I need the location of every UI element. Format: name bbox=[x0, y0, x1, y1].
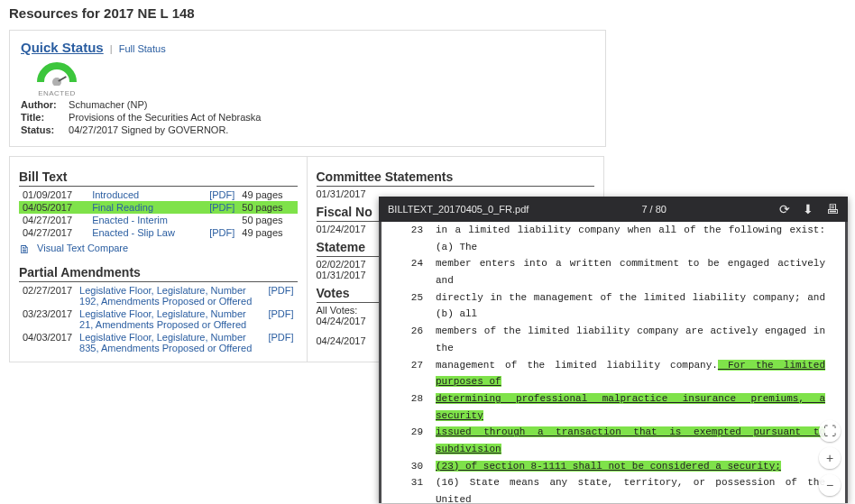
amend-date: 03/23/2017 bbox=[19, 307, 76, 331]
bill-pages: 50 pages bbox=[238, 214, 297, 226]
pdf-line: 24member enters into a written commitmen… bbox=[401, 255, 825, 289]
quick-status-heading[interactable]: Quick Status bbox=[21, 40, 104, 55]
bill-text-heading: Bill Text bbox=[19, 170, 298, 187]
compare-icon: 🗎 bbox=[19, 243, 31, 256]
bill-date: 01/09/2017 bbox=[19, 188, 88, 201]
bill-version-link[interactable]: Introduced bbox=[92, 189, 139, 200]
amendment-row: 04/03/2017Legislative Floor, Legislature… bbox=[19, 331, 298, 354]
pdf-line: 26members of the limited liability compa… bbox=[401, 323, 825, 356]
amendment-link[interactable]: Legislative Floor, Legislature, Number 1… bbox=[79, 285, 252, 307]
pdf-line: 30(23) of section 8-1111 shall not be co… bbox=[401, 458, 825, 475]
bill-version-link[interactable]: Enacted - Slip Law bbox=[92, 227, 175, 238]
pdf-line: 31 (16) State means any state, territory… bbox=[401, 474, 825, 503]
pdf-link[interactable]: [PDF] bbox=[268, 332, 293, 343]
pdf-line: 23in a limited liability company when al… bbox=[401, 222, 825, 255]
quick-status-box: Quick Status | Full Status ENACTED Autho… bbox=[9, 30, 606, 147]
amendments-table: 02/27/2017Legislative Floor, Legislature… bbox=[19, 284, 298, 354]
svg-point-0 bbox=[52, 78, 61, 86]
pdf-link[interactable]: [PDF] bbox=[268, 308, 293, 319]
bill-date: 04/05/2017 bbox=[19, 201, 88, 214]
download-icon[interactable]: ⬇ bbox=[803, 202, 814, 216]
pdf-viewer: BILLTEXT_20170405_0_FR.pdf 7 / 80 ⟳ ⬇ 🖶 … bbox=[379, 197, 848, 503]
amendment-row: 03/23/2017Legislative Floor, Legislature… bbox=[19, 307, 298, 331]
title-value: Provisions of the Securities Act of Nebr… bbox=[69, 112, 261, 123]
pdf-line: 28determining professional malpractice i… bbox=[401, 390, 825, 424]
bill-text-row: 04/27/2017Enacted - Slip Law[PDF]49 page… bbox=[19, 226, 298, 239]
bill-version-link[interactable]: Enacted - Interim bbox=[92, 215, 168, 225]
bill-date: 04/27/2017 bbox=[19, 214, 88, 226]
amend-date: 02/27/2017 bbox=[19, 284, 76, 307]
pdf-link[interactable]: [PDF] bbox=[268, 285, 293, 296]
pdf-link[interactable]: [PDF] bbox=[209, 202, 234, 213]
bill-text-column: Bill Text 01/09/2017Introduced[PDF]49 pa… bbox=[9, 156, 308, 362]
pdf-filename: BILLTEXT_20170405_0_FR.pdf bbox=[388, 204, 529, 215]
bill-text-row: 04/27/2017Enacted - Interim50 pages bbox=[19, 214, 298, 226]
rotate-icon[interactable]: ⟳ bbox=[779, 202, 790, 216]
bill-text-row: 04/05/2017Final Reading[PDF]50 pages bbox=[19, 201, 298, 214]
title-label: Title: bbox=[21, 112, 66, 123]
pdf-link[interactable]: [PDF] bbox=[209, 189, 234, 200]
pdf-page-7: 23in a limited liability company when al… bbox=[382, 222, 845, 503]
bill-pages: 49 pages bbox=[238, 188, 297, 201]
enacted-label: ENACTED bbox=[30, 89, 84, 97]
separator: | bbox=[110, 43, 113, 54]
committee-heading: Committee Statements bbox=[317, 170, 595, 187]
bill-version-link[interactable]: Final Reading bbox=[92, 202, 153, 213]
enacted-gauge-icon bbox=[37, 62, 77, 86]
visual-text-compare-link[interactable]: Visual Text Compare bbox=[37, 243, 128, 253]
pdf-body[interactable]: 23in a limited liability company when al… bbox=[379, 222, 848, 503]
author-value: Schumacher (NP) bbox=[69, 99, 147, 110]
zoom-out-icon[interactable]: − bbox=[819, 474, 841, 496]
status-value: 04/27/2017 Signed by GOVERNOR. bbox=[69, 124, 228, 135]
bill-text-row: 01/09/2017Introduced[PDF]49 pages bbox=[19, 188, 298, 201]
pdf-float-controls: ⛶ + − bbox=[819, 420, 841, 496]
author-label: Author: bbox=[21, 99, 66, 110]
full-status-link[interactable]: Full Status bbox=[119, 43, 166, 54]
amendment-row: 02/27/2017Legislative Floor, Legislature… bbox=[19, 284, 298, 307]
page-title: Resources for 2017 NE L 148 bbox=[9, 5, 846, 21]
bill-pages: 49 pages bbox=[238, 226, 297, 239]
amendment-link[interactable]: Legislative Floor, Legislature, Number 8… bbox=[79, 332, 252, 353]
pdf-line: 29issued through a transaction that is e… bbox=[401, 424, 825, 457]
amend-date: 04/03/2017 bbox=[19, 331, 76, 354]
partial-amendments-heading: Partial Amendments bbox=[19, 265, 298, 282]
bill-text-table: 01/09/2017Introduced[PDF]49 pages04/05/2… bbox=[19, 188, 298, 239]
pdf-toolbar: BILLTEXT_20170405_0_FR.pdf 7 / 80 ⟳ ⬇ 🖶 bbox=[379, 197, 848, 222]
pdf-page-indicator[interactable]: 7 / 80 bbox=[539, 204, 768, 215]
pdf-line: 27management of the limited liability co… bbox=[401, 357, 825, 390]
fit-icon[interactable]: ⛶ bbox=[819, 420, 841, 442]
status-label: Status: bbox=[21, 124, 66, 135]
pdf-line: 25directly in the management of the limi… bbox=[401, 289, 825, 323]
zoom-in-icon[interactable]: + bbox=[819, 447, 841, 469]
bill-pages: 50 pages bbox=[238, 201, 297, 214]
bill-date: 04/27/2017 bbox=[19, 226, 88, 239]
amendment-link[interactable]: Legislative Floor, Legislature, Number 2… bbox=[79, 308, 246, 330]
pdf-link[interactable]: [PDF] bbox=[209, 227, 234, 238]
print-icon[interactable]: 🖶 bbox=[826, 202, 839, 216]
